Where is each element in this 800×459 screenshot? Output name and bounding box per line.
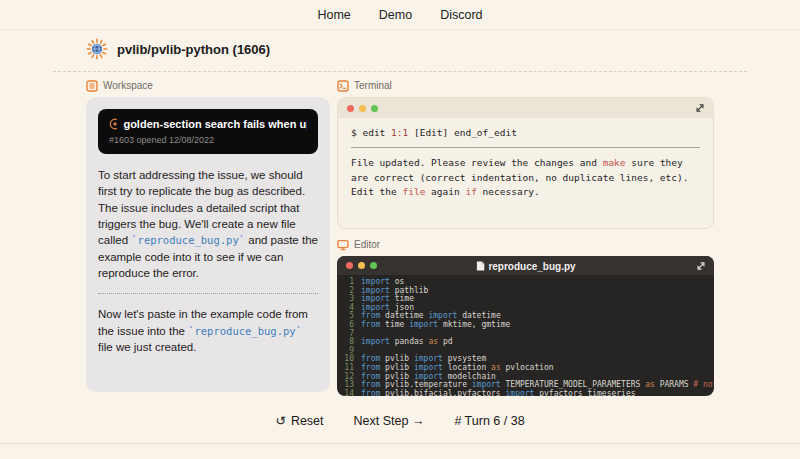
reset-label: Reset <box>291 414 324 428</box>
close-dot-icon <box>346 262 353 269</box>
traffic-light-dots <box>346 262 377 269</box>
repo-title: pvlib/pvlib-python (1606) <box>117 42 270 57</box>
maximize-dot-icon <box>370 262 377 269</box>
issue-title: golden-section search fails when upper a… <box>123 118 307 130</box>
editor-label: Editor <box>354 239 380 250</box>
filename-text: reproduce_bug.py <box>488 260 575 271</box>
agent-message-1: To start addressing the issue, we should… <box>98 167 318 281</box>
file-icon <box>475 260 484 271</box>
pvlib-logo-icon <box>86 38 108 60</box>
editor-window: reproduce_bug.py 1import os2import pathl… <box>337 256 714 396</box>
issue-open-icon <box>109 118 117 130</box>
top-nav: Home Demo Discord <box>0 0 800 30</box>
next-step-button[interactable]: Next Step → <box>354 414 425 428</box>
editor-section: Editor reproduce_bug.py <box>337 238 714 396</box>
terminal-window: $ edit 1:1 [Edit] end_of_edit File updat… <box>337 97 714 229</box>
nav-link-discord[interactable]: Discord <box>440 8 482 22</box>
terminal-section-header: Terminal <box>337 79 714 92</box>
right-column: Terminal $ edit 1:1 [Edit] end <box>337 79 714 396</box>
agent-message-2: Now let's paste in the example code from… <box>98 306 318 355</box>
terminal-expand-icon[interactable] <box>695 103 705 113</box>
issue-card[interactable]: golden-section search fails when upper a… <box>98 109 318 154</box>
workspace-icon <box>86 80 98 92</box>
editor-titlebar: reproduce_bug.py <box>337 256 714 275</box>
repo-header: pvlib/pvlib-python (1606) <box>86 38 714 71</box>
page-footer: © 2024 Princeton NLP <box>0 443 800 459</box>
editor-expand-icon[interactable] <box>696 261 706 271</box>
header-divider <box>53 71 747 72</box>
nav-link-home[interactable]: Home <box>317 8 350 22</box>
maximize-dot-icon <box>371 105 378 112</box>
reset-icon: ↺ <box>275 413 285 428</box>
traffic-light-dots <box>347 105 378 112</box>
next-step-label: Next Step → <box>354 414 425 428</box>
editor-section-header: Editor <box>337 238 714 251</box>
terminal-icon <box>337 80 349 92</box>
inline-code-filename: `reproduce_bug.py` <box>188 325 302 337</box>
turn-indicator: # Turn 6 / 38 <box>454 414 524 428</box>
nav-link-demo[interactable]: Demo <box>379 8 412 22</box>
close-dot-icon <box>347 105 354 112</box>
workspace-panel: golden-section search fails when upper a… <box>86 97 330 392</box>
inline-code-filename: `reproduce_bug.py` <box>131 234 245 246</box>
terminal-divider <box>351 147 700 148</box>
editor-filename: reproduce_bug.py <box>475 260 575 271</box>
terminal-body: $ edit 1:1 [Edit] end_of_edit File updat… <box>338 118 713 209</box>
minimize-dot-icon <box>359 105 366 112</box>
terminal-label: Terminal <box>354 80 392 91</box>
code-line: 8import pandas as pd <box>337 338 706 347</box>
message-text: file we just created. <box>98 341 196 353</box>
workspace-label: Workspace <box>103 80 153 91</box>
main-content: Workspace golden-section search fails wh… <box>86 79 714 396</box>
editor-code: 1import os2import pathlib3import time4im… <box>337 275 714 396</box>
terminal-command: $ edit 1:1 [Edit] end_of_edit <box>351 127 700 138</box>
demo-controls: ↺ Reset Next Step → # Turn 6 / 38 <box>0 413 800 428</box>
reset-button[interactable]: ↺ Reset <box>275 413 323 428</box>
editor-monitor-icon <box>337 239 349 251</box>
terminal-output: File updated. Please review the changes … <box>351 156 700 200</box>
workspace-section-header: Workspace <box>86 79 330 92</box>
code-line: 14from pvlib.bifacial.pvfactors import p… <box>337 390 706 396</box>
message-separator <box>98 293 318 294</box>
minimize-dot-icon <box>358 262 365 269</box>
issue-meta: #1603 opened 12/08/2022 <box>109 135 307 145</box>
terminal-titlebar <box>338 98 713 118</box>
workspace-column: Workspace golden-section search fails wh… <box>86 79 330 392</box>
code-line: 6from time import mktime, gmtime <box>337 321 706 330</box>
